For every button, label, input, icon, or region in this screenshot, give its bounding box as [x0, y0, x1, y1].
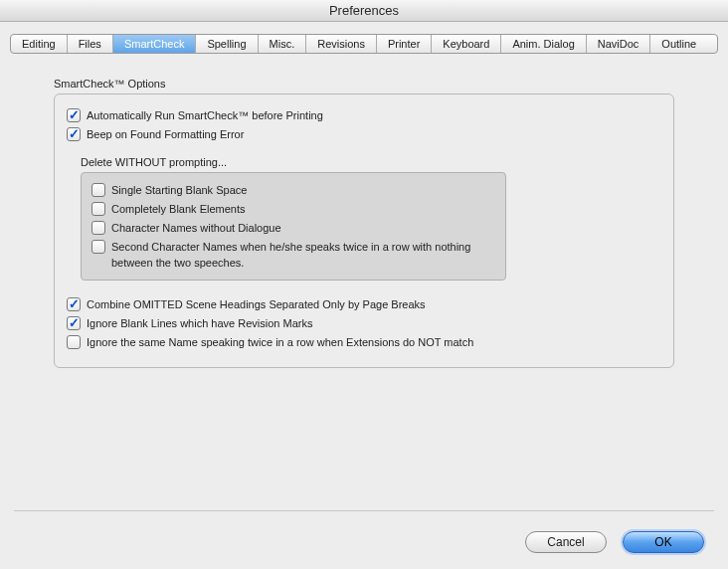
option-delete-blank-elements[interactable]: Completely Blank Elements — [91, 201, 495, 217]
label-delete-blank-elements: Completely Blank Elements — [111, 201, 246, 217]
tab-spelling[interactable]: Spelling — [196, 35, 258, 53]
label-combine-omitted: Combine OMITTED Scene Headings Separated… — [87, 296, 426, 312]
checkbox-delete-char-no-dialogue[interactable] — [91, 221, 105, 235]
tab-bar: Editing Files SmartCheck Spelling Misc. … — [10, 34, 718, 54]
option-ignore-extensions[interactable]: Ignore the same Name speaking twice in a… — [67, 334, 661, 350]
option-combine-omitted[interactable]: Combine OMITTED Scene Headings Separated… — [67, 296, 661, 312]
group-label-delete-without-prompting: Delete WITHOUT prompting... — [81, 156, 661, 168]
tab-anim-dialog[interactable]: Anim. Dialog — [501, 35, 586, 53]
group-delete-without-prompting: Single Starting Blank Space Completely B… — [81, 172, 506, 281]
option-delete-blank-space[interactable]: Single Starting Blank Space — [91, 182, 495, 198]
tab-misc[interactable]: Misc. — [259, 35, 307, 53]
tab-smartcheck[interactable]: SmartCheck — [113, 35, 197, 53]
tab-printer[interactable]: Printer — [377, 35, 432, 53]
label-ignore-extensions: Ignore the same Name speaking twice in a… — [87, 334, 473, 350]
option-delete-second-char[interactable]: Second Character Names when he/she speak… — [91, 239, 495, 271]
button-row: Cancel OK — [525, 531, 704, 553]
checkbox-delete-blank-space[interactable] — [91, 183, 105, 197]
label-ignore-revision: Ignore Blank Lines which have Revision M… — [87, 315, 312, 331]
checkbox-combine-omitted[interactable] — [67, 297, 81, 311]
ok-button[interactable]: OK — [623, 531, 704, 553]
checkbox-auto-run[interactable] — [67, 108, 81, 122]
label-delete-char-no-dialogue: Character Names without Dialogue — [111, 220, 281, 236]
option-ignore-revision[interactable]: Ignore Blank Lines which have Revision M… — [67, 315, 661, 331]
label-delete-blank-space: Single Starting Blank Space — [111, 182, 247, 198]
tab-navidoc[interactable]: NaviDoc — [587, 35, 651, 53]
checkbox-ignore-revision[interactable] — [67, 316, 81, 330]
tab-files[interactable]: Files — [68, 35, 113, 53]
tab-revisions[interactable]: Revisions — [306, 35, 377, 53]
options-area: SmartCheck™ Options Automatically Run Sm… — [54, 78, 674, 368]
separator — [14, 510, 714, 511]
cancel-button[interactable]: Cancel — [525, 531, 607, 553]
group-label-smartcheck-options: SmartCheck™ Options — [54, 78, 674, 90]
tab-editing[interactable]: Editing — [11, 35, 68, 53]
option-auto-run[interactable]: Automatically Run SmartCheck™ before Pri… — [67, 107, 661, 123]
checkbox-delete-second-char[interactable] — [91, 240, 105, 254]
checkbox-beep[interactable] — [67, 127, 81, 141]
tab-outline[interactable]: Outline — [650, 35, 707, 53]
option-delete-char-no-dialogue[interactable]: Character Names without Dialogue — [91, 220, 495, 236]
lower-options: Combine OMITTED Scene Headings Separated… — [67, 296, 661, 350]
checkbox-delete-blank-elements[interactable] — [91, 202, 105, 216]
window-title: Preferences — [0, 0, 728, 22]
checkbox-ignore-extensions[interactable] — [67, 335, 81, 349]
option-beep[interactable]: Beep on Found Formatting Error — [67, 126, 661, 142]
label-auto-run: Automatically Run SmartCheck™ before Pri… — [87, 107, 323, 123]
label-beep: Beep on Found Formatting Error — [87, 126, 244, 142]
label-delete-second-char: Second Character Names when he/she speak… — [111, 239, 489, 271]
tab-keyboard[interactable]: Keyboard — [432, 35, 501, 53]
group-smartcheck-options: Automatically Run SmartCheck™ before Pri… — [54, 94, 674, 368]
window-body: Editing Files SmartCheck Spelling Misc. … — [0, 22, 728, 384]
